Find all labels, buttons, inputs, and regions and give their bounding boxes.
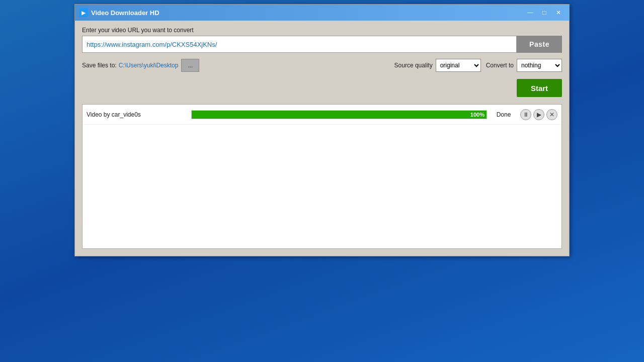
progress-bar: 100% (192, 111, 487, 119)
start-row: Start (82, 79, 562, 97)
browse-button[interactable]: ... (181, 59, 199, 72)
download-item: Video by car_vide0s 100% Done ⏸ ▶ ✕ (83, 105, 561, 125)
options-row: Save files to: C:\Users\yuki\Desktop ...… (82, 59, 562, 72)
maximize-button[interactable]: □ (538, 7, 551, 18)
window-title: Video Downloader HD (91, 9, 524, 17)
download-list: Video by car_vide0s 100% Done ⏸ ▶ ✕ (82, 104, 562, 249)
convert-to-select[interactable]: nothing mp4 mp3 avi (517, 59, 562, 72)
paste-button[interactable]: Paste (517, 36, 562, 53)
progress-text: 100% (470, 112, 485, 118)
save-path: C:\Users\yuki\Desktop (119, 62, 179, 69)
save-files-label: Save files to: (82, 62, 117, 69)
title-bar: ▶ Video Downloader HD — □ ✕ (75, 5, 569, 21)
app-window: ▶ Video Downloader HD — □ ✕ Enter your v… (74, 4, 570, 256)
minimize-button[interactable]: — (524, 7, 537, 18)
download-status: Done (491, 111, 516, 118)
cancel-button[interactable]: ✕ (546, 109, 557, 120)
window-controls: — □ ✕ (524, 7, 565, 18)
url-label: Enter your video URL you want to convert (82, 27, 562, 34)
source-quality-label: Source quality (394, 62, 433, 69)
start-button[interactable]: Start (517, 79, 562, 97)
pause-button[interactable]: ⏸ (520, 109, 531, 120)
url-input[interactable] (82, 36, 517, 53)
desktop: ▶ Video Downloader HD — □ ✕ Enter your v… (0, 0, 644, 362)
source-quality-select[interactable]: original 720p 480p 360p (436, 59, 481, 72)
window-body: Enter your video URL you want to convert… (75, 21, 569, 256)
play-button[interactable]: ▶ (533, 109, 544, 120)
download-item-name: Video by car_vide0s (87, 111, 187, 118)
url-section: Enter your video URL you want to convert… (82, 27, 562, 53)
item-controls: ⏸ ▶ ✕ (520, 109, 557, 120)
progress-container: 100% (191, 110, 487, 119)
app-icon: ▶ (79, 8, 88, 17)
close-button[interactable]: ✕ (552, 7, 565, 18)
url-row: Paste (82, 36, 562, 53)
convert-to-label: Convert to (486, 62, 514, 69)
